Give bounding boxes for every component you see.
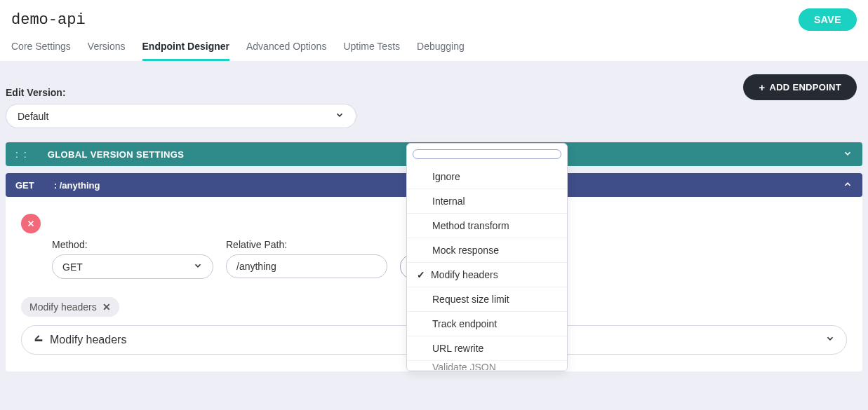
- chevron-down-icon[interactable]: [843, 149, 853, 160]
- plugin-option-internal[interactable]: Internal: [407, 189, 567, 213]
- tab-uptime-tests[interactable]: Uptime Tests: [343, 41, 400, 61]
- plus-icon: +: [759, 81, 765, 93]
- plugin-option-modify-headers[interactable]: ✓ Modify headers: [407, 262, 567, 287]
- drag-handle-icon[interactable]: : :: [15, 149, 28, 160]
- plugin-option-track-endpoint[interactable]: Track endpoint: [407, 311, 567, 336]
- plugin-option-overflow[interactable]: Validate JSON: [407, 360, 567, 371]
- tab-versions[interactable]: Versions: [88, 41, 126, 61]
- tab-endpoint-designer[interactable]: Endpoint Designer: [142, 41, 229, 61]
- method-select[interactable]: GET: [52, 254, 213, 279]
- relative-path-value: /anything: [236, 261, 276, 272]
- edit-version-select[interactable]: Default: [6, 104, 356, 128]
- svg-rect-2: [35, 339, 43, 341]
- page-title: demo-api: [11, 11, 86, 29]
- plugin-dropdown-search[interactable]: [413, 149, 561, 159]
- method-field-label: Method:: [52, 239, 213, 250]
- relative-path-field-label: Relative Path:: [226, 239, 387, 250]
- method-select-value: GET: [62, 261, 83, 273]
- add-endpoint-label: ADD ENDPOINT: [769, 82, 841, 93]
- plugin-option-url-rewrite[interactable]: URL rewrite: [407, 336, 567, 360]
- modify-headers-accordion-label: Modify headers: [50, 334, 126, 346]
- chevron-down-icon: [193, 261, 203, 273]
- chevron-down-icon: [825, 334, 835, 346]
- plugin-chip-label: Modify headers: [29, 301, 97, 313]
- edit-version-value: Default: [18, 111, 48, 122]
- plugin-option-request-size-limit[interactable]: Request size limit: [407, 287, 567, 311]
- delete-endpoint-button[interactable]: [21, 214, 41, 233]
- headers-icon: [33, 333, 44, 347]
- chevron-down-icon: [335, 110, 345, 122]
- plugin-option-mock-response[interactable]: Mock response: [407, 238, 567, 262]
- tab-bar: Core Settings Versions Endpoint Designer…: [0, 31, 868, 62]
- tab-debugging[interactable]: Debugging: [417, 41, 465, 61]
- add-endpoint-button[interactable]: + ADD ENDPOINT: [743, 74, 857, 100]
- chevron-up-icon[interactable]: [843, 179, 853, 191]
- save-button[interactable]: SAVE: [799, 8, 857, 31]
- tab-advanced-options[interactable]: Advanced Options: [246, 41, 326, 61]
- tab-core-settings[interactable]: Core Settings: [11, 41, 71, 61]
- close-icon[interactable]: ✕: [102, 301, 111, 313]
- relative-path-input[interactable]: /anything: [226, 254, 387, 278]
- endpoint-path-label: : /anything: [54, 180, 100, 191]
- plugin-dropdown[interactable]: Ignore Internal Method transform Mock re…: [406, 143, 568, 371]
- endpoint-method-badge: GET: [15, 180, 34, 191]
- edit-version-label: Edit Version:: [6, 87, 862, 98]
- global-version-settings-label: GLOBAL VERSION SETTINGS: [48, 149, 185, 160]
- plugin-option-method-transform[interactable]: Method transform: [407, 213, 567, 238]
- main-area: + ADD ENDPOINT Edit Version: Default : :…: [0, 62, 868, 410]
- check-icon: ✓: [417, 269, 425, 280]
- plugin-option-ignore[interactable]: Ignore: [407, 165, 567, 189]
- plugin-chip: Modify headers ✕: [21, 297, 119, 317]
